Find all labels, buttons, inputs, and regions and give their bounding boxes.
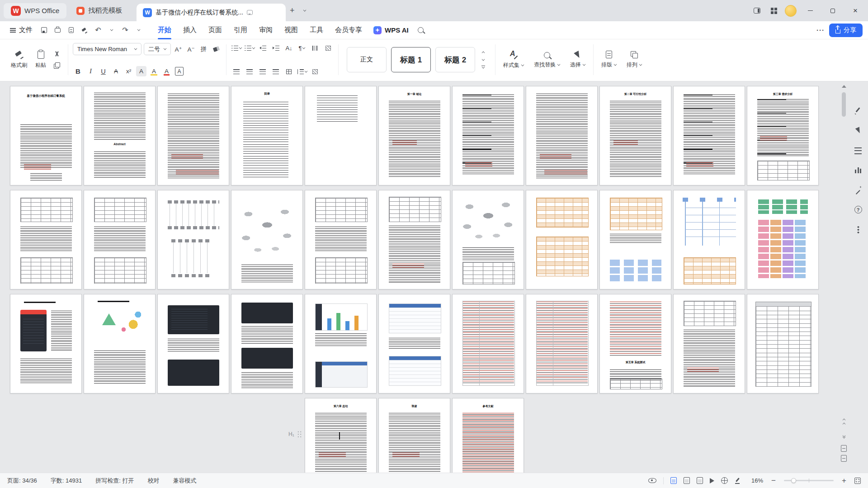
find-replace-button[interactable]: 查找替换 <box>529 43 565 77</box>
adjust-sliders-icon[interactable] <box>854 147 862 154</box>
shading-button[interactable] <box>323 43 334 53</box>
page-thumbnail-23[interactable] <box>10 294 82 393</box>
page-thumbnail-34[interactable]: 第六章 总结 <box>305 398 377 473</box>
page-thumbnail-11[interactable]: 第三章 需求分析 <box>747 86 819 185</box>
page-thumbnail-16[interactable] <box>305 190 377 289</box>
style-normal[interactable]: 正文 <box>347 47 387 72</box>
page-thumbnail-24[interactable] <box>84 294 156 393</box>
page-thumbnail-1[interactable]: 基于微信小程序在线订餐系统 <box>10 86 82 185</box>
style-heading1[interactable]: 标题 1 <box>391 47 431 72</box>
page-thumbnail-6[interactable]: 第一章 绪论 <box>378 86 450 185</box>
show-marks-button[interactable]: ¶ <box>297 43 307 53</box>
page-thumbnail-28[interactable] <box>378 294 450 393</box>
justify-button[interactable] <box>270 66 281 76</box>
paragraph-drag-handle[interactable]: H₁ <box>288 431 302 438</box>
vertical-scrollbar[interactable] <box>840 81 848 473</box>
line-spacing-button[interactable] <box>297 66 307 76</box>
format-painter-button[interactable]: 格式刷 <box>7 50 31 70</box>
increase-indent-button[interactable] <box>270 43 281 53</box>
scroll-page-down-button[interactable] <box>841 436 847 438</box>
tab-list-chevron[interactable] <box>298 5 311 17</box>
page-thumbnail-35[interactable]: 致谢 <box>378 398 450 473</box>
page-thumbnail-8[interactable] <box>526 86 598 185</box>
page-view-icon[interactable] <box>670 477 677 484</box>
superscript-button[interactable]: x² <box>123 66 134 76</box>
tab-insert[interactable]: 插入 <box>177 21 203 39</box>
help-icon[interactable]: ? <box>854 206 862 213</box>
page-thumbnail-29[interactable] <box>452 294 524 393</box>
undo-menu-chevron[interactable] <box>105 24 118 37</box>
sidebar-more-icon[interactable] <box>857 226 859 233</box>
underline-button[interactable]: U <box>98 66 108 76</box>
distribute-button[interactable] <box>283 66 294 76</box>
maximize-button[interactable] <box>824 3 842 19</box>
zoom-slider[interactable] <box>784 480 834 481</box>
cut-icon[interactable] <box>54 51 60 57</box>
status-proofread[interactable]: 校对 <box>147 477 159 485</box>
style-gallery-down[interactable] <box>480 57 487 63</box>
wps-ai-button[interactable]: WPS AI <box>368 26 414 34</box>
share-button[interactable]: 分享 <box>829 24 863 37</box>
paste-button[interactable]: 粘贴 <box>32 50 50 70</box>
status-page-count[interactable]: 页面: 34/36 <box>7 477 37 485</box>
page-thumbnail-12[interactable] <box>10 190 82 289</box>
style-heading2[interactable]: 标题 2 <box>435 47 475 72</box>
apps-button[interactable] <box>768 5 780 17</box>
page-thumbnail-36[interactable]: 参考文献 <box>452 398 524 473</box>
align-center-button[interactable] <box>244 66 255 76</box>
page-thumbnail-13[interactable] <box>84 190 156 289</box>
align-right-button[interactable] <box>257 66 268 76</box>
style-set-button[interactable]: 样式集 <box>498 43 529 77</box>
close-button[interactable]: × <box>846 3 864 19</box>
select-button[interactable]: 选择 <box>565 43 590 77</box>
page-thumbnail-30[interactable] <box>526 294 598 393</box>
fullscreen-play-icon[interactable] <box>710 478 714 483</box>
status-word-count[interactable]: 字数: 14931 <box>51 477 82 485</box>
redo-menu-chevron[interactable] <box>132 24 145 37</box>
pages-viewport[interactable]: 基于微信小程序在线订餐系统Abstract目录第一章 绪论第二章 可行性分析第三… <box>0 81 840 473</box>
tab-page[interactable]: 页面 <box>203 21 228 39</box>
eye-protection-icon[interactable] <box>648 478 656 483</box>
paragraph-shading-button[interactable] <box>310 66 321 76</box>
new-tab-button[interactable]: + <box>286 5 298 17</box>
undo-button[interactable]: ↶ <box>92 24 104 37</box>
grow-font-button[interactable]: A⁺ <box>173 44 184 54</box>
columns-button[interactable] <box>310 43 321 53</box>
page-thumbnail-7[interactable] <box>452 86 524 185</box>
status-spellcheck[interactable]: 拼写检查: 打开 <box>95 477 134 485</box>
page-thumbnail-14[interactable] <box>157 190 229 289</box>
page-thumbnail-27[interactable] <box>305 294 377 393</box>
scroll-up-arrow[interactable] <box>842 85 846 88</box>
save-button[interactable] <box>38 24 50 37</box>
page-thumbnail-17[interactable] <box>378 190 450 289</box>
page-thumbnail-9[interactable]: 第二章 可行性分析 <box>599 86 671 185</box>
next-page-button[interactable] <box>841 455 847 462</box>
page-thumbnail-2[interactable]: Abstract <box>84 86 156 185</box>
page-thumbnail-21[interactable] <box>673 190 745 289</box>
highlight-button[interactable]: A <box>149 66 159 76</box>
edit-pen-icon[interactable] <box>854 107 862 115</box>
copy-icon[interactable] <box>54 62 60 69</box>
align-left-button[interactable] <box>231 66 242 76</box>
effects-wand-icon[interactable] <box>854 185 862 194</box>
status-compat-mode[interactable]: 兼容模式 <box>173 477 196 485</box>
page-thumbnail-22[interactable] <box>747 190 819 289</box>
page-thumbnail-33[interactable] <box>747 294 819 393</box>
page-thumbnail-31[interactable]: 第五章 系统测试 <box>599 294 671 393</box>
tab-tools[interactable]: 工具 <box>304 21 329 39</box>
font-size-select[interactable]: 二号 <box>144 43 171 55</box>
page-thumbnail-5[interactable] <box>305 86 377 185</box>
char-border-button[interactable]: A <box>175 67 184 76</box>
web-view-icon[interactable] <box>697 477 703 484</box>
sort-button[interactable]: A↓ <box>283 43 294 53</box>
tab-member[interactable]: 会员专享 <box>329 21 368 39</box>
translate-globe-icon[interactable] <box>721 477 728 484</box>
italic-button[interactable]: I <box>85 66 96 76</box>
bullet-list-button[interactable] <box>231 43 242 53</box>
tab-view[interactable]: 视图 <box>278 21 304 39</box>
style-gallery-up[interactable] <box>480 49 487 55</box>
quick-format-painter-button[interactable] <box>78 24 91 37</box>
chart-tool-icon[interactable] <box>854 166 862 173</box>
search-button[interactable] <box>415 24 427 37</box>
pinyin-guide-button[interactable]: 拼 <box>198 44 209 54</box>
